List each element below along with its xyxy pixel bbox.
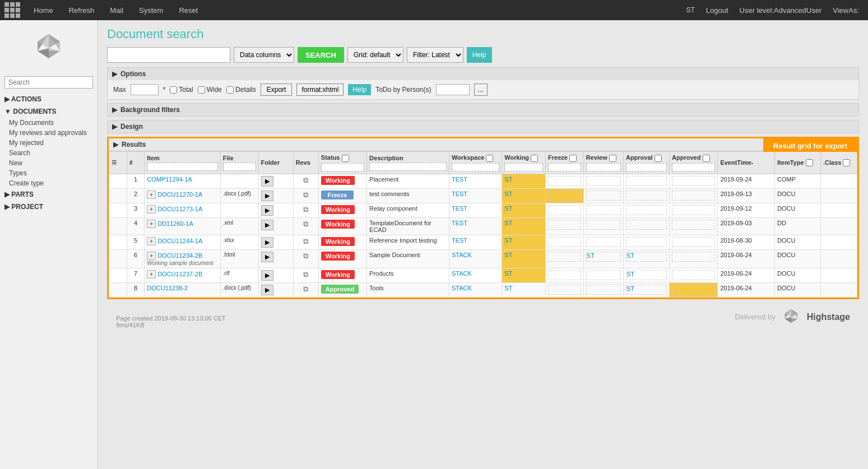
review-link[interactable]: ST	[587, 252, 595, 259]
approval-link[interactable]: ST	[626, 271, 634, 277]
working-link[interactable]: ST	[504, 237, 512, 244]
workspace-link[interactable]: STACK	[452, 270, 472, 277]
user-level-link[interactable]: User level:AdvancedUser	[735, 4, 827, 17]
logout-link[interactable]: Logout	[702, 4, 733, 17]
sidebar-item-actions[interactable]: ▶ ACTIONS	[0, 93, 98, 105]
item-link[interactable]: DD11260-1A	[157, 220, 193, 227]
sidebar-sub-search[interactable]: Search	[0, 148, 98, 158]
folder-arrow-btn[interactable]: ▶	[261, 252, 273, 262]
nav-system[interactable]: System	[132, 3, 170, 18]
working-link[interactable]: ST	[504, 252, 512, 258]
item-link[interactable]: DOCU11270-1A	[157, 191, 202, 198]
expand-btn[interactable]: +	[147, 220, 156, 228]
item-link[interactable]: DOCU11244-1A	[157, 238, 202, 244]
item-link[interactable]: DOCU11234-2B	[157, 252, 202, 259]
working-link[interactable]: ST	[504, 205, 512, 212]
working-link[interactable]: ST	[504, 270, 512, 277]
workspace-link[interactable]: TEST	[452, 176, 467, 183]
ws-filter[interactable]	[452, 163, 499, 171]
workspace-link[interactable]: STACK	[452, 285, 472, 291]
results-header[interactable]: ▶ Results	[109, 138, 857, 151]
copy-btn[interactable]: ⧉	[303, 285, 308, 294]
ellipsis-button[interactable]: ...	[474, 83, 488, 96]
search-input[interactable]	[107, 47, 230, 63]
status-filter[interactable]	[321, 163, 364, 171]
sidebar-item-parts[interactable]: ▶ PARTS	[0, 188, 98, 201]
copy-btn[interactable]: ⧉	[303, 237, 308, 246]
expand-btn[interactable]: +	[147, 270, 156, 278]
workspace-link[interactable]: TEST	[452, 220, 467, 226]
folder-arrow-btn[interactable]: ▶	[261, 270, 273, 281]
sidebar-item-documents[interactable]: ▼ DOCUMENTS	[0, 105, 98, 118]
expand-btn[interactable]: +	[147, 191, 156, 199]
expand-btn[interactable]: +	[147, 237, 156, 245]
freeze-th-checkbox[interactable]	[569, 155, 577, 162]
review-th-checkbox[interactable]	[609, 155, 616, 162]
sidebar-sub-new[interactable]: New	[0, 158, 98, 168]
todo-input[interactable]	[436, 84, 470, 95]
status-th-checkbox[interactable]	[342, 155, 349, 162]
folder-arrow-btn[interactable]: ▶	[261, 220, 273, 230]
options-help-button[interactable]: Help	[348, 84, 371, 95]
nav-refresh[interactable]: Refresh	[62, 3, 101, 18]
workspace-link[interactable]: STACK	[452, 252, 472, 258]
approved-th-checkbox[interactable]	[703, 155, 710, 162]
bg-filters-header[interactable]: ▶ Background filters	[108, 104, 858, 116]
copy-btn[interactable]: ⧉	[303, 205, 308, 214]
file-filter[interactable]	[223, 162, 256, 171]
export-button[interactable]: Export	[261, 83, 293, 96]
format-button[interactable]: format:xhtml	[296, 83, 344, 96]
sidebar-sub-reviews[interactable]: My reviews and approvals	[0, 128, 98, 138]
desc-filter[interactable]	[369, 162, 447, 171]
freeze-filter[interactable]	[548, 163, 581, 171]
item-filter[interactable]	[147, 162, 218, 171]
help-button[interactable]: Help	[467, 47, 492, 63]
folder-arrow-btn[interactable]: ▶	[261, 191, 273, 201]
hamburger-icon[interactable]: ≡	[112, 157, 117, 167]
grid-select[interactable]: Grid: default	[347, 47, 403, 63]
workspace-link[interactable]: TEST	[452, 237, 467, 244]
approval-filter[interactable]	[626, 163, 667, 171]
sidebar-sub-my-documents[interactable]: My Documents	[0, 118, 98, 128]
working-th-checkbox[interactable]	[531, 155, 538, 162]
folder-arrow-btn[interactable]: ▶	[261, 237, 273, 248]
expand-btn[interactable]: +	[147, 252, 156, 260]
design-header[interactable]: ▶ Design	[108, 120, 858, 133]
folder-arrow-btn[interactable]: ▶	[261, 176, 273, 187]
wide-checkbox[interactable]	[198, 86, 205, 94]
approval-link[interactable]: ST	[626, 285, 634, 292]
class-th-checkbox[interactable]	[843, 159, 850, 166]
filter-select[interactable]: Filter: Latest	[407, 47, 463, 63]
app-grid-icon[interactable]	[4, 2, 20, 18]
sidebar-sub-rejected[interactable]: My rejected	[0, 138, 98, 148]
copy-btn[interactable]: ⧉	[303, 191, 308, 199]
details-checkbox[interactable]	[226, 86, 234, 94]
itemtype-th-checkbox[interactable]	[806, 159, 813, 166]
item-link[interactable]: DOCU11237-2B	[157, 271, 202, 277]
copy-btn[interactable]: ⧉	[303, 176, 308, 185]
workspace-link[interactable]: TEST	[452, 191, 467, 197]
item-link[interactable]: DOCU11238-2	[147, 285, 188, 291]
sidebar-item-project[interactable]: ▶ PROJECT	[0, 201, 98, 213]
folder-arrow-btn[interactable]: ▶	[261, 285, 273, 295]
review-filter[interactable]	[586, 163, 621, 171]
options-header[interactable]: ▶ Options	[108, 68, 858, 80]
nav-reset[interactable]: Reset	[172, 3, 205, 18]
view-as-link[interactable]: ViewAs:	[828, 4, 864, 17]
search-button[interactable]: SEARCH	[298, 47, 344, 63]
working-link[interactable]: ST	[504, 285, 512, 291]
max-input[interactable]	[131, 84, 159, 95]
sidebar-sub-create-type[interactable]: Create type	[0, 178, 98, 188]
folder-arrow-btn[interactable]: ▶	[261, 205, 273, 216]
working-filter[interactable]	[504, 163, 543, 171]
copy-btn[interactable]: ⧉	[303, 252, 308, 261]
working-link[interactable]: ST	[504, 176, 512, 183]
working-link[interactable]: ST	[504, 220, 512, 226]
approval-link[interactable]: ST	[626, 252, 634, 259]
item-link[interactable]: COMP11294-1A	[147, 176, 192, 183]
copy-btn[interactable]: ⧉	[303, 220, 308, 229]
data-columns-select[interactable]: Data columns	[234, 47, 294, 63]
approval-th-checkbox[interactable]	[655, 155, 662, 162]
working-link[interactable]: ST	[504, 191, 512, 197]
nav-mail[interactable]: Mail	[103, 3, 130, 18]
